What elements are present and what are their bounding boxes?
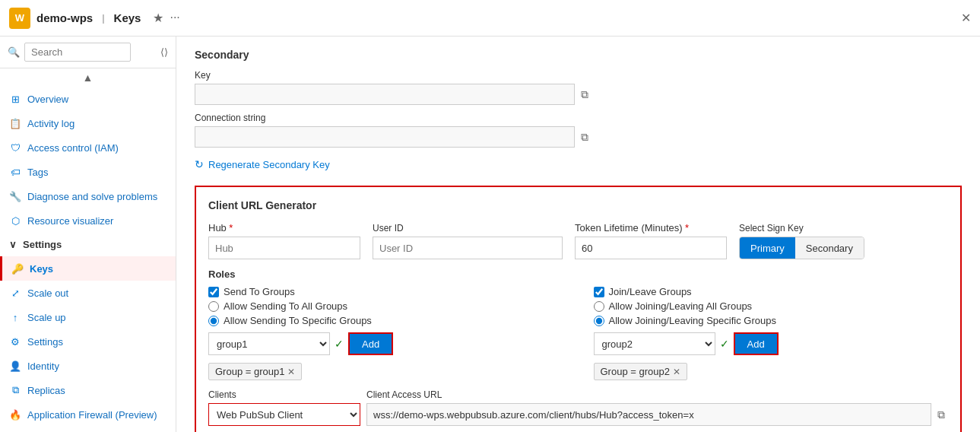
diagnose-icon: 🔧	[9, 190, 21, 202]
allow-sending-all-radio[interactable]	[208, 301, 219, 312]
allow-sending-specific-row: Allow Sending To Specific Groups	[208, 315, 563, 326]
client-access-url-input[interactable]	[366, 403, 931, 426]
sidebar-item-tags[interactable]: 🏷 Tags	[0, 160, 176, 184]
join-leave-groups-label: Join/Leave Groups	[609, 286, 692, 297]
allow-sending-specific-radio[interactable]	[208, 316, 219, 326]
secondary-title: Secondary	[195, 49, 962, 61]
client-access-url-copy-button[interactable]: ⧉	[934, 407, 948, 423]
favorite-icon[interactable]: ★	[153, 11, 163, 25]
sidebar-item-keys[interactable]: 🔑 Keys	[0, 256, 176, 281]
sidebar-label: Replicas	[27, 385, 65, 396]
connection-string-row: ⧉	[195, 126, 962, 148]
allow-joining-specific-label: Allow Joining/Leaving Specific Groups	[609, 315, 776, 326]
hub-label: Hub *	[208, 222, 360, 233]
sign-key-toggle: Primary Secondary	[739, 237, 864, 259]
join-leave-groups-row: Join/Leave Groups	[594, 286, 949, 297]
connection-string-input[interactable]	[195, 126, 575, 148]
sidebar-item-identity[interactable]: 👤 Identity	[0, 354, 176, 378]
regen-label: Regenerate Secondary Key	[208, 159, 330, 170]
activity-log-icon: 📋	[9, 117, 21, 129]
title-bar: W demo-wps | Keys ★ ··· ✕	[0, 0, 980, 37]
sidebar-item-scale-up[interactable]: ↑ Scale up	[0, 305, 176, 329]
app-name: demo-wps	[36, 11, 93, 24]
sign-key-group: Select Sign Key Primary Secondary	[739, 223, 864, 259]
overview-icon: ⊞	[9, 93, 21, 105]
sending-group-select[interactable]: group1	[208, 332, 330, 355]
sidebar-label: Activity log	[27, 118, 75, 129]
sidebar-label: Diagnose and solve problems	[27, 191, 157, 202]
clients-select[interactable]: Web PubSub Client	[208, 403, 360, 426]
sign-key-secondary-button[interactable]: Secondary	[795, 237, 864, 259]
search-input[interactable]	[24, 43, 131, 62]
allow-joining-specific-radio[interactable]	[594, 316, 604, 326]
tag-remove-button[interactable]: ✕	[673, 367, 680, 377]
regenerate-secondary-key-button[interactable]: ↻ Regenerate Secondary Key	[195, 155, 330, 173]
sidebar-item-activity-log[interactable]: 📋 Activity log	[0, 111, 176, 135]
client-url-generator-box: Client URL Generator Hub * User ID	[195, 186, 962, 432]
roles-section: Roles Send To Groups Allow Sending To Al…	[208, 268, 948, 380]
key-copy-button[interactable]: ⧉	[578, 87, 591, 103]
joining-add-button[interactable]: Add	[734, 332, 779, 355]
close-button[interactable]: ✕	[961, 11, 971, 25]
sidebar-item-scale-out[interactable]: ⤢ Scale out	[0, 281, 176, 305]
sidebar-item-settings[interactable]: ⚙ Settings	[0, 329, 176, 354]
allow-sending-all-row: Allow Sending To All Groups	[208, 300, 563, 312]
sidebar-label: Overview	[27, 94, 68, 105]
sidebar-item-overview[interactable]: ⊞ Overview	[0, 87, 176, 111]
sidebar-item-resource-viz[interactable]: ⬡ Resource visualizer	[0, 208, 176, 233]
userid-field: User ID	[373, 223, 563, 259]
sidebar-item-networking[interactable]: 🌐 Networking	[0, 427, 176, 432]
hub-field: Hub *	[208, 222, 360, 259]
tag-remove-button[interactable]: ✕	[287, 367, 295, 377]
clients-label: Clients	[208, 389, 360, 400]
connection-string-label: Connection string	[195, 113, 962, 123]
more-icon[interactable]: ···	[170, 11, 179, 25]
form-row-top: Hub * User ID Token Lifetime (Minutes) *	[208, 222, 948, 259]
sidebar-item-diagnose[interactable]: 🔧 Diagnose and solve problems	[0, 184, 176, 208]
lifetime-input[interactable]	[575, 237, 727, 259]
send-to-groups-checkbox[interactable]	[208, 287, 219, 297]
scale-up-icon: ↑	[9, 311, 21, 323]
hub-input[interactable]	[208, 237, 360, 259]
lifetime-field: Token Lifetime (Minutes) *	[575, 222, 727, 259]
sidebar-label: Scale out	[27, 287, 68, 299]
roles-title: Roles	[208, 268, 948, 280]
sidebar-label: Settings	[23, 239, 62, 250]
sidebar-item-replicas[interactable]: ⧉ Replicas	[0, 378, 176, 402]
sending-tags: Group = group1 ✕	[208, 363, 563, 380]
scroll-up-btn[interactable]: ▲	[0, 68, 176, 87]
sidebar-item-app-firewall[interactable]: 🔥 Application Firewall (Preview)	[0, 402, 176, 427]
key-input[interactable]	[195, 84, 575, 105]
allow-joining-specific-row: Allow Joining/Leaving Specific Groups	[594, 315, 949, 326]
allow-joining-all-label: Allow Joining/Leaving All Groups	[609, 300, 753, 312]
sidebar-label: Scale up	[27, 312, 66, 323]
sign-key-primary-button[interactable]: Primary	[740, 237, 795, 259]
sending-dropdown-row: group1 ✓ Add	[208, 332, 563, 355]
send-to-groups-label: Send To Groups	[224, 286, 295, 297]
tags-icon: 🏷	[9, 166, 21, 178]
key-label: Key	[195, 70, 962, 81]
roles-right-col: Join/Leave Groups Allow Joining/Leaving …	[594, 286, 949, 380]
userid-input[interactable]	[373, 237, 563, 259]
allow-sending-all-label: Allow Sending To All Groups	[224, 300, 347, 312]
search-icon: 🔍	[8, 46, 20, 58]
allow-joining-all-radio[interactable]	[594, 301, 604, 312]
title-separator: |	[102, 12, 104, 24]
content-area: Secondary Key ⧉ Connection string ⧉ ↻ Re…	[176, 37, 980, 432]
scale-out-icon: ⤢	[9, 287, 21, 299]
collapse-icon[interactable]: ⟨⟩	[160, 46, 168, 58]
url-input-row: ⧉	[366, 403, 948, 426]
sidebar-label: Settings	[27, 336, 63, 348]
sidebar-label: Keys	[30, 263, 53, 275]
chevron-down-icon: ∨	[9, 239, 17, 250]
allow-joining-all-row: Allow Joining/Leaving All Groups	[594, 300, 949, 312]
joining-group-select[interactable]: group2	[594, 332, 715, 355]
sidebar-label: Application Firewall (Preview)	[27, 409, 157, 421]
key-field-row: ⧉	[195, 84, 962, 105]
sidebar-item-access-control[interactable]: 🛡 Access control (IAM)	[0, 135, 176, 160]
userid-label: User ID	[373, 223, 563, 233]
connection-string-copy-button[interactable]: ⧉	[578, 129, 591, 145]
join-leave-groups-checkbox[interactable]	[594, 287, 604, 297]
sending-add-button[interactable]: Add	[348, 332, 393, 355]
lifetime-label: Token Lifetime (Minutes) *	[575, 222, 727, 233]
